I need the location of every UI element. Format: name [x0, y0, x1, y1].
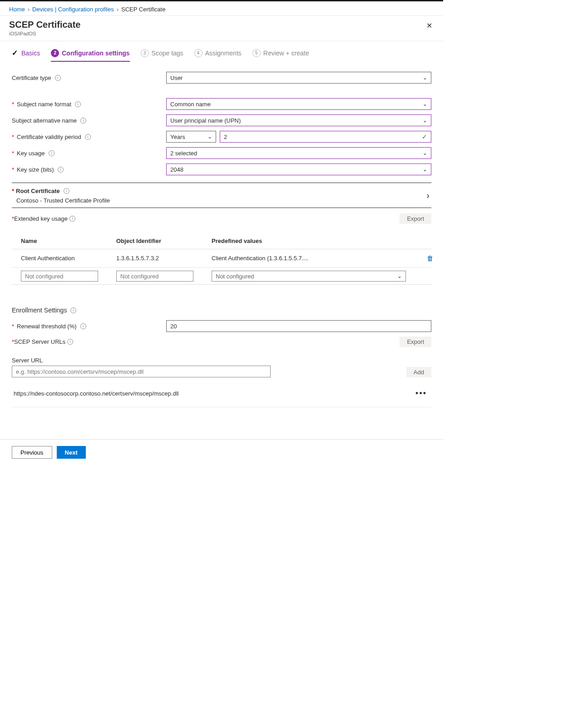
renewal-threshold-input[interactable]: 20: [166, 320, 431, 332]
server-url-value: https://ndes-contosocorp.contoso.net/cer…: [14, 390, 178, 397]
info-icon[interactable]: i: [49, 150, 54, 156]
previous-button[interactable]: Previous: [12, 446, 52, 459]
page-subtitle: iOS/iPadOS: [9, 31, 80, 36]
step-number-icon: 2: [51, 49, 59, 57]
breadcrumb-devices[interactable]: Devices | Configuration profiles: [32, 6, 114, 13]
eku-row: Client Authentication 1.3.6.1.5.5.7.3.2 …: [12, 249, 431, 267]
info-icon[interactable]: i: [67, 339, 73, 345]
chevron-down-icon: ⌄: [423, 166, 427, 173]
san-select[interactable]: User principal name (UPN) ⌄: [166, 114, 431, 126]
subject-name-format-label: Subject name format: [17, 101, 71, 108]
info-icon[interactable]: i: [64, 188, 69, 194]
validity-value-input[interactable]: 2 ✓: [220, 131, 431, 143]
add-url-button[interactable]: Add: [406, 367, 431, 377]
chevron-down-icon: ⌄: [423, 74, 427, 81]
chevron-down-icon: ⌄: [423, 117, 427, 124]
scep-export-button[interactable]: Export: [400, 337, 431, 347]
eku-col-name: Name: [12, 238, 107, 244]
scep-urls-label: SCEP Server URLs: [14, 338, 65, 345]
key-size-label: Key size (bits): [17, 166, 54, 173]
close-button[interactable]: ✕: [425, 20, 434, 32]
eku-table: Name Object Identifier Predefined values…: [12, 233, 431, 285]
info-icon[interactable]: i: [85, 134, 91, 140]
eku-name-input[interactable]: [21, 271, 98, 282]
key-size-select[interactable]: 2048 ⌄: [166, 163, 431, 175]
enrollment-settings-title: Enrollment Settings: [12, 307, 67, 314]
page-title: SCEP Certificate: [9, 20, 80, 30]
step-number-icon: 5: [252, 49, 261, 57]
breadcrumb: Home › Devices | Configuration profiles …: [0, 1, 443, 15]
san-label: Subject alternative name: [12, 117, 77, 124]
root-certificate-value: Contoso - Trusted Certificate Profile: [12, 194, 431, 204]
eku-export-button[interactable]: Export: [400, 213, 431, 224]
eku-predef-select[interactable]: Not configured ⌄: [212, 271, 406, 282]
chevron-right-icon: ›: [426, 190, 430, 201]
tab-scope-tags[interactable]: 3 Scope tags: [141, 49, 183, 62]
server-url-input[interactable]: [12, 366, 271, 377]
checkmark-icon: ✓: [12, 49, 18, 57]
tab-assignments[interactable]: 4 Assignments: [194, 49, 242, 62]
root-certificate-label: Root Certificate: [16, 188, 60, 194]
info-icon[interactable]: i: [80, 323, 86, 329]
validity-unit-select[interactable]: Years ⌄: [166, 131, 216, 143]
blade-header: SCEP Certificate iOS/iPadOS ✕: [0, 15, 443, 41]
eku-label: Extended key usage: [14, 215, 68, 222]
chevron-right-icon: ›: [28, 6, 30, 13]
wizard-footer: Previous Next: [0, 439, 443, 465]
server-url-row: https://ndes-contosocorp.contoso.net/cer…: [12, 380, 431, 407]
key-usage-label: Key usage: [17, 150, 44, 157]
server-url-label: Server URL: [12, 357, 271, 364]
certificate-type-label: Certificate type: [12, 74, 51, 81]
root-certificate-selector[interactable]: * Root Certificate i Contoso - Trusted C…: [12, 183, 431, 208]
close-icon: ✕: [426, 22, 432, 30]
info-icon[interactable]: i: [58, 167, 64, 173]
certificate-type-select[interactable]: User ⌄: [166, 72, 431, 84]
step-number-icon: 4: [194, 49, 203, 57]
breadcrumb-current: SCEP Certificate: [121, 6, 165, 13]
info-icon[interactable]: i: [55, 75, 61, 81]
url-more-button[interactable]: •••: [413, 388, 430, 399]
trash-icon: 🗑: [427, 254, 434, 262]
checkmark-icon: ✓: [422, 133, 427, 140]
eku-cell-name: Client Authentication: [12, 255, 107, 262]
subject-name-format-select[interactable]: Common name ⌄: [166, 98, 431, 110]
info-icon[interactable]: i: [80, 118, 86, 124]
eku-cell-oid: 1.3.6.1.5.5.7.3.2: [107, 255, 203, 262]
key-usage-select[interactable]: 2 selected ⌄: [166, 147, 431, 159]
info-icon[interactable]: i: [69, 216, 75, 222]
chevron-down-icon: ⌄: [423, 101, 427, 107]
next-button[interactable]: Next: [57, 446, 86, 459]
tab-basics[interactable]: ✓ Basics: [12, 49, 40, 62]
tab-configuration-settings[interactable]: 2 Configuration settings: [51, 49, 129, 62]
info-icon[interactable]: i: [75, 101, 81, 107]
info-icon[interactable]: i: [70, 307, 76, 313]
chevron-down-icon: ⌄: [397, 273, 402, 279]
breadcrumb-home[interactable]: Home: [9, 6, 25, 13]
eku-cell-predef: Client Authentication (1.3.6.1.5.5.7....: [203, 255, 415, 262]
eku-col-predef: Predefined values: [203, 238, 415, 244]
eku-col-oid: Object Identifier: [107, 238, 203, 244]
eku-oid-input[interactable]: [116, 271, 193, 282]
chevron-down-icon: ⌄: [423, 150, 427, 156]
tab-review-create[interactable]: 5 Review + create: [252, 49, 309, 62]
step-number-icon: 3: [141, 49, 149, 57]
chevron-down-icon: ⌄: [207, 134, 212, 140]
wizard-tabs: ✓ Basics 2 Configuration settings 3 Scop…: [0, 41, 443, 62]
chevron-right-icon: ›: [117, 6, 119, 13]
validity-period-label: Certificate validity period: [17, 134, 81, 140]
more-icon: •••: [415, 389, 427, 398]
renewal-threshold-label: Renewal threshold (%): [17, 323, 77, 330]
eku-delete-button[interactable]: 🗑: [424, 254, 436, 262]
